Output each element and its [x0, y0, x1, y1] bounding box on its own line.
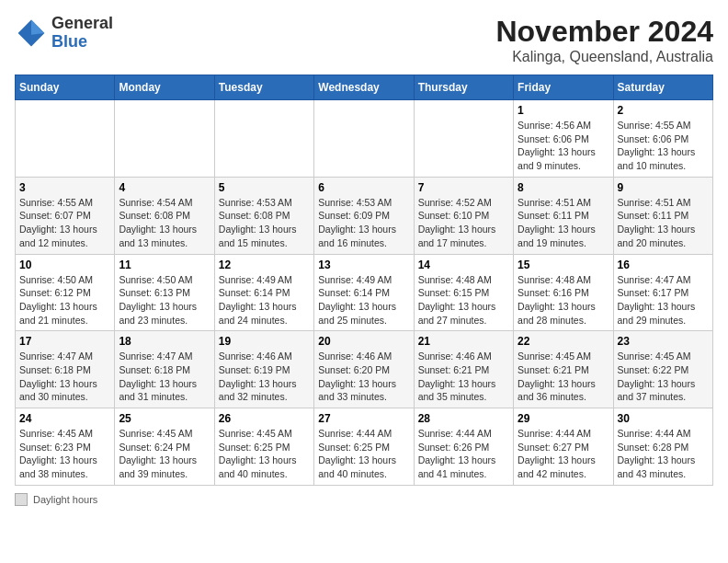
calendar-cell — [16, 100, 115, 178]
calendar-cell: 4Sunrise: 4:54 AM Sunset: 6:08 PM Daylig… — [115, 177, 214, 254]
day-info: Sunrise: 4:50 AM Sunset: 6:12 PM Dayligh… — [19, 273, 110, 327]
day-number: 8 — [518, 181, 609, 194]
day-info: Sunrise: 4:51 AM Sunset: 6:11 PM Dayligh… — [618, 196, 709, 250]
day-info: Sunrise: 4:48 AM Sunset: 6:16 PM Dayligh… — [518, 273, 609, 327]
calendar-cell: 20Sunrise: 4:46 AM Sunset: 6:20 PM Dayli… — [314, 331, 414, 408]
day-number: 6 — [318, 181, 409, 194]
day-info: Sunrise: 4:47 AM Sunset: 6:17 PM Dayligh… — [618, 273, 709, 327]
day-number: 19 — [219, 335, 310, 348]
day-number: 4 — [119, 181, 210, 194]
day-number: 5 — [219, 181, 310, 194]
calendar-cell — [115, 100, 214, 178]
day-info: Sunrise: 4:54 AM Sunset: 6:08 PM Dayligh… — [119, 196, 210, 250]
week-row: 3Sunrise: 4:55 AM Sunset: 6:07 PM Daylig… — [16, 177, 713, 254]
calendar-cell: 19Sunrise: 4:46 AM Sunset: 6:19 PM Dayli… — [214, 331, 313, 408]
day-number: 22 — [518, 335, 609, 348]
calendar-cell: 28Sunrise: 4:44 AM Sunset: 6:26 PM Dayli… — [414, 408, 513, 486]
title-block: November 2024 Kalinga, Queensland, Austr… — [495, 15, 713, 65]
daylight-indicator — [15, 493, 28, 506]
page-header: General Blue November 2024 Kalinga, Quee… — [15, 15, 713, 65]
day-info: Sunrise: 4:45 AM Sunset: 6:21 PM Dayligh… — [518, 350, 609, 404]
day-number: 10 — [19, 259, 110, 271]
calendar-cell — [414, 100, 513, 178]
calendar-cell — [314, 100, 414, 178]
daylight-label: Daylight hours — [33, 494, 97, 505]
calendar-cell: 3Sunrise: 4:55 AM Sunset: 6:07 PM Daylig… — [16, 177, 115, 254]
day-number: 11 — [119, 259, 210, 271]
day-number: 12 — [219, 259, 310, 271]
day-number: 18 — [119, 335, 210, 348]
day-number: 23 — [618, 335, 709, 348]
day-info: Sunrise: 4:46 AM Sunset: 6:21 PM Dayligh… — [418, 350, 509, 404]
logo: General Blue — [15, 15, 113, 52]
day-info: Sunrise: 4:44 AM Sunset: 6:27 PM Dayligh… — [518, 427, 609, 481]
calendar-cell — [214, 100, 313, 178]
day-number: 28 — [418, 412, 509, 425]
week-row: 24Sunrise: 4:45 AM Sunset: 6:23 PM Dayli… — [16, 408, 713, 486]
calendar-cell: 9Sunrise: 4:51 AM Sunset: 6:11 PM Daylig… — [613, 177, 712, 254]
logo-icon — [15, 17, 48, 50]
day-number: 3 — [19, 181, 110, 194]
day-info: Sunrise: 4:50 AM Sunset: 6:13 PM Dayligh… — [119, 273, 210, 327]
calendar-table: SundayMondayTuesdayWednesdayThursdayFrid… — [15, 75, 713, 486]
day-number: 16 — [618, 259, 709, 271]
week-row: 1Sunrise: 4:56 AM Sunset: 6:06 PM Daylig… — [16, 100, 713, 178]
day-header-tuesday: Tuesday — [214, 75, 313, 100]
day-number: 20 — [318, 335, 409, 348]
calendar-cell: 7Sunrise: 4:52 AM Sunset: 6:10 PM Daylig… — [414, 177, 513, 254]
calendar-cell: 2Sunrise: 4:55 AM Sunset: 6:06 PM Daylig… — [613, 100, 712, 178]
day-number: 1 — [518, 104, 609, 117]
day-info: Sunrise: 4:45 AM Sunset: 6:25 PM Dayligh… — [219, 427, 310, 481]
day-number: 26 — [219, 412, 310, 425]
week-row: 17Sunrise: 4:47 AM Sunset: 6:18 PM Dayli… — [16, 331, 713, 408]
day-number: 15 — [518, 259, 609, 271]
day-info: Sunrise: 4:45 AM Sunset: 6:23 PM Dayligh… — [19, 427, 110, 481]
day-info: Sunrise: 4:47 AM Sunset: 6:18 PM Dayligh… — [119, 350, 210, 404]
day-number: 29 — [518, 412, 609, 425]
day-number: 25 — [119, 412, 210, 425]
day-number: 14 — [418, 259, 509, 271]
calendar-body: 1Sunrise: 4:56 AM Sunset: 6:06 PM Daylig… — [16, 100, 713, 486]
calendar-cell: 27Sunrise: 4:44 AM Sunset: 6:25 PM Dayli… — [314, 408, 414, 486]
calendar-cell: 11Sunrise: 4:50 AM Sunset: 6:13 PM Dayli… — [115, 254, 214, 331]
day-info: Sunrise: 4:47 AM Sunset: 6:18 PM Dayligh… — [19, 350, 110, 404]
day-info: Sunrise: 4:55 AM Sunset: 6:06 PM Dayligh… — [618, 119, 709, 173]
calendar-footer: Daylight hours — [15, 493, 713, 506]
calendar-cell: 16Sunrise: 4:47 AM Sunset: 6:17 PM Dayli… — [613, 254, 712, 331]
day-header-monday: Monday — [115, 75, 214, 100]
day-info: Sunrise: 4:55 AM Sunset: 6:07 PM Dayligh… — [19, 196, 110, 250]
calendar-header: SundayMondayTuesdayWednesdayThursdayFrid… — [16, 75, 713, 100]
calendar-cell: 17Sunrise: 4:47 AM Sunset: 6:18 PM Dayli… — [16, 331, 115, 408]
calendar-cell: 6Sunrise: 4:53 AM Sunset: 6:09 PM Daylig… — [314, 177, 414, 254]
logo-text: General Blue — [51, 15, 113, 52]
calendar-cell: 12Sunrise: 4:49 AM Sunset: 6:14 PM Dayli… — [214, 254, 313, 331]
day-info: Sunrise: 4:49 AM Sunset: 6:14 PM Dayligh… — [219, 273, 310, 327]
day-header-wednesday: Wednesday — [314, 75, 414, 100]
day-number: 7 — [418, 181, 509, 194]
day-info: Sunrise: 4:44 AM Sunset: 6:28 PM Dayligh… — [618, 427, 709, 481]
day-number: 13 — [318, 259, 409, 271]
calendar-cell: 24Sunrise: 4:45 AM Sunset: 6:23 PM Dayli… — [16, 408, 115, 486]
day-info: Sunrise: 4:45 AM Sunset: 6:24 PM Dayligh… — [119, 427, 210, 481]
calendar-cell: 10Sunrise: 4:50 AM Sunset: 6:12 PM Dayli… — [16, 254, 115, 331]
day-header-friday: Friday — [514, 75, 613, 100]
calendar-cell: 18Sunrise: 4:47 AM Sunset: 6:18 PM Dayli… — [115, 331, 214, 408]
day-info: Sunrise: 4:56 AM Sunset: 6:06 PM Dayligh… — [518, 119, 609, 173]
calendar-cell: 30Sunrise: 4:44 AM Sunset: 6:28 PM Dayli… — [613, 408, 712, 486]
calendar-cell: 29Sunrise: 4:44 AM Sunset: 6:27 PM Dayli… — [514, 408, 613, 486]
header-row: SundayMondayTuesdayWednesdayThursdayFrid… — [16, 75, 713, 100]
day-header-thursday: Thursday — [414, 75, 513, 100]
day-header-saturday: Saturday — [613, 75, 712, 100]
day-info: Sunrise: 4:45 AM Sunset: 6:22 PM Dayligh… — [618, 350, 709, 404]
day-info: Sunrise: 4:49 AM Sunset: 6:14 PM Dayligh… — [318, 273, 409, 327]
day-number: 24 — [19, 412, 110, 425]
page-subtitle: Kalinga, Queensland, Australia — [495, 49, 713, 65]
day-number: 17 — [19, 335, 110, 348]
calendar-cell: 23Sunrise: 4:45 AM Sunset: 6:22 PM Dayli… — [613, 331, 712, 408]
calendar-cell: 13Sunrise: 4:49 AM Sunset: 6:14 PM Dayli… — [314, 254, 414, 331]
day-number: 2 — [618, 104, 709, 117]
calendar-cell: 5Sunrise: 4:53 AM Sunset: 6:08 PM Daylig… — [214, 177, 313, 254]
day-info: Sunrise: 4:52 AM Sunset: 6:10 PM Dayligh… — [418, 196, 509, 250]
day-info: Sunrise: 4:48 AM Sunset: 6:15 PM Dayligh… — [418, 273, 509, 327]
day-info: Sunrise: 4:51 AM Sunset: 6:11 PM Dayligh… — [518, 196, 609, 250]
